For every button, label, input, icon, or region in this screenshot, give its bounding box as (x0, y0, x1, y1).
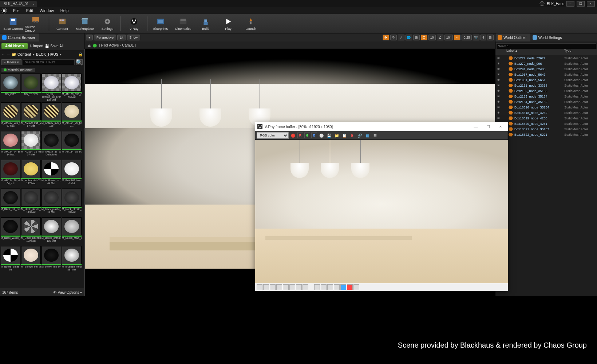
asset-thumbnail[interactable]: M_black_plastic_mtl_brdf 90 Mat (62, 189, 82, 217)
nav-fwd-icon[interactable]: → (7, 52, 10, 56)
asset-thumbnail[interactable]: M_brushed_metal_mtl_brdf 89_Mat (62, 246, 82, 274)
viewport-menu-button[interactable]: ▾ (86, 35, 93, 40)
visibility-icon[interactable]: 👁 (497, 111, 502, 115)
world-outliner-tab[interactable]: World Outliner (495, 33, 530, 41)
camera-speed-icon[interactable]: 📷 (473, 35, 479, 40)
asset-thumbnail[interactable]: M_brown_mtl_brdf_40_Mat (41, 246, 61, 274)
close-icon[interactable]: × (32, 2, 35, 8)
project-tab[interactable]: BLK_HAUS_01 × (0, 1, 37, 7)
vfb-tool-2-icon[interactable] (263, 284, 269, 290)
toolbar-blueprints-button[interactable]: Blueprints (150, 15, 171, 33)
outliner-row[interactable]: 👁Box1957_node_5647StaticMeshActor (495, 72, 597, 77)
import-button[interactable]: ⇩ Import (29, 44, 43, 48)
camera-speed-value[interactable]: 4 (481, 35, 486, 40)
outliner-row[interactable]: 👁Box18321_node_35167StaticMeshActor (495, 126, 597, 132)
vray-frame-buffer-window[interactable]: V-Ray frame buffer - [50% of 1920 x 1080… (255, 122, 508, 291)
save-all-button[interactable]: 💾 Save All (45, 44, 63, 48)
vfb-close-button[interactable]: × (495, 124, 506, 129)
visibility-icon[interactable]: 👁 (497, 78, 502, 82)
scale-snap-icon[interactable]: ↔ (454, 35, 460, 40)
outliner-col-type[interactable]: Type (564, 49, 597, 55)
outliner-row[interactable]: 👁Box18320_node_4251StaticMeshActor (495, 121, 597, 126)
world-local-icon[interactable]: 🌐 (406, 35, 412, 40)
translate-mode-icon[interactable]: ✥ (383, 35, 389, 40)
vfb-g-channel[interactable]: G (304, 132, 310, 138)
vfb-r-channel[interactable]: R (297, 132, 303, 138)
grid-snap-icon[interactable]: ⊡ (421, 35, 427, 40)
vfb-channel-select[interactable]: RGB color (257, 132, 289, 139)
vfb-tool-6-icon[interactable] (289, 284, 295, 290)
lock-icon[interactable]: 🔒 (78, 52, 83, 56)
vfb-rgb-icon[interactable]: 🔴 (290, 132, 296, 139)
view-options-button[interactable]: 👁 View Options ▾ (53, 290, 82, 294)
outliner-row[interactable]: 👁Box291_node_32485StaticMeshActor (495, 66, 597, 72)
add-new-button[interactable]: Add New ▾ (1, 43, 28, 49)
visibility-icon[interactable]: 👁 (497, 116, 502, 120)
vfb-tool-8-icon[interactable] (303, 284, 308, 290)
asset-thumbnail[interactable]: M_black_plastic_mtl_brdf 14 Mat (41, 189, 61, 217)
outliner-col-label[interactable]: Label ▴ (495, 49, 564, 55)
vfb-tool-1-icon[interactable] (257, 284, 262, 290)
asset-thumbnail[interactable]: M_AM134_24_shoe_01_mtl_brdf 14 Mat (1, 131, 20, 159)
vfb-save-icon[interactable]: 💾 (326, 132, 332, 139)
visibility-icon[interactable]: 👁 (497, 95, 502, 98)
vfb-maximize-button[interactable]: ☐ (483, 124, 493, 129)
outliner-row[interactable]: 👁Box2152_node_35133StaticMeshActor (495, 88, 597, 94)
world-settings-tab[interactable]: World Settings (530, 33, 566, 41)
crumb-folder[interactable]: BLCK_HAUS (36, 52, 59, 56)
toolbar-v-ray-button[interactable]: V-Ray (123, 15, 145, 33)
toolbar-build-button[interactable]: Build (195, 15, 217, 33)
scale-snap-value[interactable]: 0.25 (462, 35, 472, 40)
asset-thumbnail[interactable]: M_AM134_38_bottle_glass_white_mtl... (62, 131, 82, 159)
vfb-history-icon[interactable]: ☷ (372, 132, 378, 139)
asset-thumbnail[interactable]: M_archmodels52_brdf 147 Mat (21, 160, 41, 188)
vfb-clear-icon[interactable]: ✖ (349, 132, 355, 139)
vfb-link-icon[interactable]: 🔗 (356, 132, 363, 139)
asset-thumbnail[interactable]: M_AM130_035_003_mtl_brdf 67 Mat (1, 102, 20, 130)
visibility-icon[interactable]: 👁 (497, 84, 502, 87)
search-button[interactable]: 🔍 (76, 59, 83, 65)
visibility-icon[interactable]: 👁 (497, 73, 502, 76)
vfb-mono-icon[interactable]: ⚪ (318, 132, 325, 139)
vfb-grid-icon[interactable]: ▦ (364, 132, 371, 139)
vfb-tool-12-icon[interactable] (334, 284, 340, 290)
asset-thumbnail[interactable]: M_Bronze_mtl_brdf_40_Mat (21, 246, 41, 274)
grid-snap-value[interactable]: 10 (428, 35, 436, 40)
toolbar-source-control-button[interactable]: Source Control (25, 15, 47, 33)
visibility-icon[interactable]: 👁 (497, 100, 502, 104)
asset-thumbnail[interactable]: M_Black_mtl_brdf_45_Mat (1, 189, 20, 217)
angle-snap-value[interactable]: 10° (444, 35, 453, 40)
maximize-button[interactable]: ☐ (577, 1, 585, 7)
lit-button[interactable]: Lit (117, 35, 126, 40)
visibility-icon[interactable]: 👁 (497, 106, 502, 109)
menu-window[interactable]: Window (37, 8, 57, 13)
outliner-row[interactable]: 👁Box2151_node_33358StaticMeshActor (495, 83, 597, 88)
content-browser-tab[interactable]: Content Browser (0, 33, 39, 41)
filter-chip[interactable]: Material Instance (1, 68, 35, 72)
vfb-tool-5-icon[interactable] (283, 284, 289, 290)
vfb-tool-13-icon[interactable] (340, 284, 346, 290)
rotate-mode-icon[interactable]: ⟳ (390, 35, 397, 40)
minimize-button[interactable]: – (566, 1, 574, 7)
outliner-row[interactable]: 👁Box18316_node_35164StaticMeshActor (495, 104, 597, 110)
vfb-tool-14-icon[interactable] (347, 284, 353, 290)
vfb-tool-15-icon[interactable] (353, 284, 359, 290)
asset-thumbnail[interactable]: M_black_plastic_mtl_brdf 113 Mat (21, 189, 41, 217)
vfb-titlebar[interactable]: V-Ray frame buffer - [50% of 1920 x 1080… (255, 122, 508, 131)
record-icon[interactable]: ⬤ (93, 43, 97, 47)
toolbar-launch-button[interactable]: Launch (240, 15, 262, 33)
vfb-tool-7-icon[interactable] (296, 284, 302, 290)
visibility-icon[interactable]: 👁 (497, 62, 502, 66)
asset-thumbnail[interactable]: M_ArtBooks_mtl_mtl_brdf 64 Mat (41, 160, 61, 188)
asset-thumbnail[interactable]: M_AM130_035_005_mtl_brdf 67 Mat (21, 102, 41, 130)
toolbar-play-button[interactable]: Play (217, 15, 239, 33)
menu-edit[interactable]: Edit (23, 8, 36, 13)
outliner-row[interactable]: 👁Box277_node_32627StaticMeshActor (495, 55, 597, 61)
vfb-tool-10-icon[interactable] (321, 284, 327, 290)
close-button[interactable]: × (587, 1, 595, 7)
toolbar-save-current-button[interactable]: Save Current (2, 15, 24, 33)
crumb-content[interactable]: Content (17, 52, 31, 56)
toolbar-settings-button[interactable]: Settings (96, 15, 118, 33)
asset-thumbnail[interactable]: M_Books_Main_Shelf_Test_mtl_brdf (62, 217, 82, 245)
eject-icon[interactable]: ⏏ (87, 43, 91, 47)
